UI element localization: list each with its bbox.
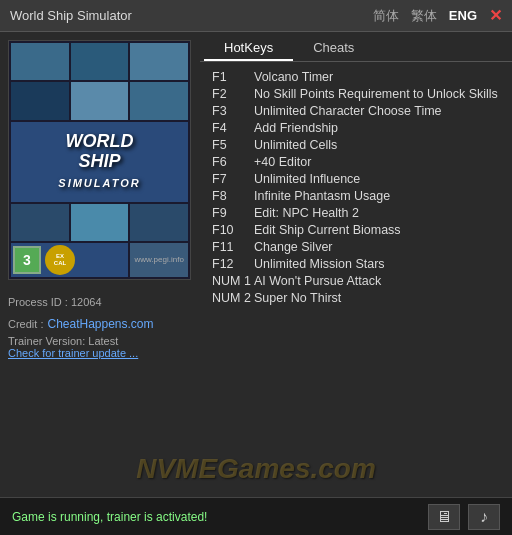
hotkey-key: F10	[212, 223, 254, 237]
hotkey-key: F7	[212, 172, 254, 186]
hotkey-item: NUM 1AI Won't Pursue Attack	[212, 274, 500, 288]
hotkey-desc: No Skill Points Requirement to Unlock Sk…	[254, 87, 498, 101]
cover-bottom-left: 3 EXCAL	[11, 243, 128, 277]
trainer-update-link[interactable]: Check for trainer update ...	[8, 347, 192, 359]
cover-cell-7	[11, 204, 69, 241]
lang-cn-trad[interactable]: 繁体	[411, 7, 437, 25]
cover-title-text: WORLDSHIPSIMULATOR	[58, 132, 140, 191]
tabs: HotKeys Cheats	[200, 32, 512, 62]
cover-cell-5	[71, 82, 129, 119]
hotkey-desc: +40 Editor	[254, 155, 311, 169]
hotkey-key: F6	[212, 155, 254, 169]
hotkey-item: F9Edit: NPC Health 2	[212, 206, 500, 220]
rating-badge: 3	[13, 246, 41, 274]
hotkey-key: F4	[212, 121, 254, 135]
monitor-icon: 🖥	[436, 508, 452, 526]
hotkey-key: F2	[212, 87, 254, 101]
hotkey-desc: Infinite Phantasm Usage	[254, 189, 390, 203]
hotkey-item: NUM 2Super No Thirst	[212, 291, 500, 305]
left-panel: WORLDSHIPSIMULATOR 3 EXCAL www.pegi.info…	[0, 32, 200, 535]
music-icon: ♪	[480, 508, 488, 526]
cover-cell-1	[11, 43, 69, 80]
game-cover: WORLDSHIPSIMULATOR 3 EXCAL www.pegi.info	[8, 40, 191, 280]
tab-cheats[interactable]: Cheats	[293, 36, 374, 61]
hotkey-item: F2No Skill Points Requirement to Unlock …	[212, 87, 500, 101]
status-bar: Game is running, trainer is activated! 🖥…	[0, 497, 512, 535]
hotkey-desc: Unlimited Mission Stars	[254, 257, 385, 271]
status-icons: 🖥 ♪	[428, 504, 500, 530]
lang-buttons: 简体 繁体 ENG ✕	[373, 6, 502, 25]
process-info: Process ID : 12064 Credit : CheatHappens…	[8, 290, 192, 359]
hotkey-item: F10Edit Ship Current Biomass	[212, 223, 500, 237]
hotkey-desc: Add Friendship	[254, 121, 338, 135]
cover-cell-3	[130, 43, 188, 80]
hotkey-desc: Change Silver	[254, 240, 333, 254]
hotkey-desc: Unlimited Cells	[254, 138, 337, 152]
hotkey-key: F12	[212, 257, 254, 271]
hotkeys-list: F1Volcano TimerF2No Skill Points Require…	[200, 62, 512, 502]
excalibur-logo: EXCAL	[45, 245, 75, 275]
cover-cell-2	[71, 43, 129, 80]
process-id-label: Process ID : 12064	[8, 296, 192, 308]
publisher-label: EXCAL	[54, 253, 66, 266]
main-content: WORLDSHIPSIMULATOR 3 EXCAL www.pegi.info…	[0, 32, 512, 535]
hotkey-desc: Edit: NPC Health 2	[254, 206, 359, 220]
credit-row: Credit : CheatHappens.com	[8, 312, 192, 331]
hotkey-key: NUM 2	[212, 291, 254, 305]
hotkey-desc: Volcano Timer	[254, 70, 333, 84]
hotkey-key: NUM 1	[212, 274, 254, 288]
hotkey-desc: Super No Thirst	[254, 291, 341, 305]
cover-cell-4	[11, 82, 69, 119]
hotkey-item: F7Unlimited Influence	[212, 172, 500, 186]
credit-label: Credit :	[8, 318, 43, 330]
status-message: Game is running, trainer is activated!	[12, 510, 207, 524]
close-button[interactable]: ✕	[489, 6, 502, 25]
cover-cell-6	[130, 82, 188, 119]
hotkey-item: F3Unlimited Character Choose Time	[212, 104, 500, 118]
hotkey-desc: Edit Ship Current Biomass	[254, 223, 401, 237]
hotkey-key: F3	[212, 104, 254, 118]
hotkey-key: F1	[212, 70, 254, 84]
tab-hotkeys[interactable]: HotKeys	[204, 36, 293, 61]
hotkey-key: F9	[212, 206, 254, 220]
hotkey-item: F4Add Friendship	[212, 121, 500, 135]
app-title: World Ship Simulator	[10, 8, 132, 23]
lang-eng[interactable]: ENG	[449, 8, 477, 23]
hotkey-desc: Unlimited Character Choose Time	[254, 104, 442, 118]
hotkey-item: F5Unlimited Cells	[212, 138, 500, 152]
credit-value: CheatHappens.com	[47, 317, 153, 331]
cover-bottom-right: www.pegi.info	[130, 243, 188, 277]
hotkey-key: F5	[212, 138, 254, 152]
cover-title-cell: WORLDSHIPSIMULATOR	[11, 122, 188, 202]
right-panel: HotKeys Cheats F1Volcano TimerF2No Skill…	[200, 32, 512, 535]
hotkey-desc: Unlimited Influence	[254, 172, 360, 186]
title-bar: World Ship Simulator 简体 繁体 ENG ✕	[0, 0, 512, 32]
hotkey-item: F11Change Silver	[212, 240, 500, 254]
hotkey-item: F6+40 Editor	[212, 155, 500, 169]
trainer-version-label: Trainer Version: Latest	[8, 335, 192, 347]
hotkey-desc: AI Won't Pursue Attack	[254, 274, 381, 288]
lang-cn-simple[interactable]: 简体	[373, 7, 399, 25]
title-bar-left: World Ship Simulator	[10, 8, 132, 23]
hotkey-item: F1Volcano Timer	[212, 70, 500, 84]
hotkey-key: F8	[212, 189, 254, 203]
cover-cell-9	[130, 204, 188, 241]
hotkey-key: F11	[212, 240, 254, 254]
hotkey-item: F12Unlimited Mission Stars	[212, 257, 500, 271]
cover-cell-8	[71, 204, 129, 241]
monitor-button[interactable]: 🖥	[428, 504, 460, 530]
pegi-label: www.pegi.info	[134, 255, 183, 264]
hotkey-item: F8Infinite Phantasm Usage	[212, 189, 500, 203]
music-button[interactable]: ♪	[468, 504, 500, 530]
